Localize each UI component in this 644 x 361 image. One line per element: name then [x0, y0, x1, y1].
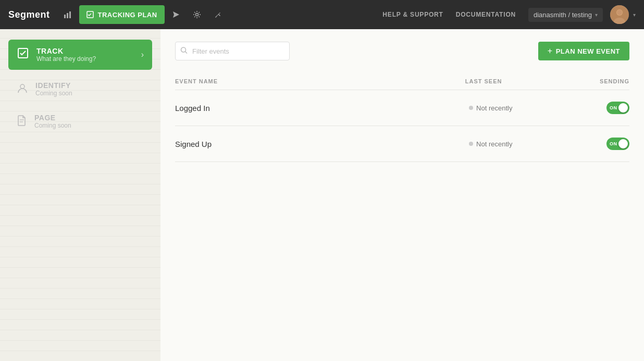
- svg-point-9: [617, 10, 622, 15]
- last-seen-value: Not recently: [469, 140, 512, 148]
- track-arrow-icon: ›: [141, 50, 144, 59]
- page-text: PAGE Coming soon: [34, 114, 71, 129]
- topnav-links: HELP & SUPPORT DOCUMENTATION: [382, 11, 516, 18]
- send-icon: [172, 11, 180, 18]
- avatar-chevron-icon[interactable]: ▾: [633, 12, 636, 18]
- main-toolbar: + PLAN NEW EVENT: [175, 42, 629, 60]
- sidebar: TRACK What are they doing? › IDENTIFY Co…: [0, 29, 160, 361]
- status-dot-icon: [469, 142, 473, 146]
- sidebar-item-page[interactable]: PAGE Coming soon: [8, 106, 152, 136]
- toggle-label: ON: [610, 105, 617, 110]
- chart-icon: [64, 10, 72, 19]
- event-name-cell: Logged In: [175, 90, 313, 126]
- last-seen-cell: Not recently: [313, 126, 533, 162]
- sidebar-item-identify[interactable]: IDENTIFY Coming soon: [8, 74, 152, 104]
- svg-point-11: [20, 84, 24, 89]
- svg-point-5: [195, 14, 198, 16]
- avatar-svg: [610, 5, 629, 24]
- tracking-plan-icon: [86, 11, 94, 18]
- filter-events-input[interactable]: [175, 42, 290, 60]
- plan-new-event-label: PLAN NEW EVENT: [556, 47, 620, 55]
- main-layout: TRACK What are they doing? › IDENTIFY Co…: [0, 29, 644, 361]
- svg-rect-1: [67, 13, 68, 18]
- plan-new-event-button[interactable]: + PLAN NEW EVENT: [538, 42, 629, 60]
- workspace-chevron-icon: ▾: [595, 12, 598, 18]
- send-icon-button[interactable]: [167, 5, 185, 24]
- filter-input-wrap: [175, 42, 290, 60]
- toggle-row-1[interactable]: ON: [606, 138, 629, 150]
- toggle-track[interactable]: ON: [606, 138, 629, 150]
- svg-rect-2: [69, 11, 71, 18]
- col-last-seen-header: LAST SEEN: [313, 73, 533, 90]
- plus-icon: +: [548, 46, 553, 56]
- user-avatar[interactable]: [610, 5, 629, 24]
- page-subtitle: Coming soon: [34, 122, 71, 129]
- toggle-row-0[interactable]: ON: [606, 102, 629, 114]
- avatar-image: [610, 5, 629, 24]
- table-row: Logged In Not recently ON: [175, 90, 629, 126]
- events-table: EVENT NAME LAST SEEN SENDING Logged In N…: [175, 73, 629, 162]
- help-support-link[interactable]: HELP & SUPPORT: [382, 11, 443, 18]
- svg-marker-4: [173, 11, 179, 18]
- table-body: Logged In Not recently ON: [175, 90, 629, 162]
- workspace-selector[interactable]: dianasmith / testing ▾: [528, 8, 603, 22]
- top-navigation: Segment TRACKING PLAN HELP & SUPPORT DOC…: [0, 0, 644, 29]
- documentation-link[interactable]: DOCUMENTATION: [456, 11, 516, 18]
- table-row: Signed Up Not recently ON: [175, 126, 629, 162]
- track-subtitle: What are they doing?: [36, 55, 96, 63]
- sidebar-item-track[interactable]: TRACK What are they doing? ›: [8, 40, 152, 70]
- identify-icon: [17, 82, 28, 96]
- identify-subtitle: Coming soon: [35, 90, 72, 97]
- toggle-thumb: [618, 103, 628, 113]
- sending-cell: ON: [533, 126, 629, 162]
- workspace-label: dianasmith / testing: [534, 11, 592, 19]
- status-dot-icon: [469, 106, 473, 110]
- col-event-name-header: EVENT NAME: [175, 73, 313, 90]
- toggle-thumb: [618, 139, 628, 148]
- svg-line-15: [185, 52, 188, 54]
- identify-text: IDENTIFY Coming soon: [35, 81, 72, 97]
- identify-title: IDENTIFY: [35, 81, 72, 90]
- tool-icon: [214, 11, 221, 18]
- toggle-track[interactable]: ON: [606, 102, 629, 114]
- table-header: EVENT NAME LAST SEEN SENDING: [175, 73, 629, 90]
- svg-point-14: [181, 47, 186, 52]
- last-seen-cell: Not recently: [313, 90, 533, 126]
- main-content: + PLAN NEW EVENT EVENT NAME LAST SEEN SE…: [160, 29, 644, 361]
- track-text: TRACK What are they doing?: [36, 47, 96, 63]
- track-icon: [17, 47, 29, 63]
- toggle-label: ON: [610, 141, 617, 146]
- track-title: TRACK: [36, 47, 96, 55]
- page-title: PAGE: [34, 114, 71, 122]
- search-icon: [180, 47, 188, 56]
- sending-cell: ON: [533, 90, 629, 126]
- col-sending-header: SENDING: [533, 73, 629, 90]
- gear-icon: [193, 10, 201, 19]
- page-icon: [17, 115, 27, 129]
- tool-icon-button[interactable]: [208, 5, 227, 24]
- chart-icon-button[interactable]: [58, 5, 77, 24]
- gear-icon-button[interactable]: [188, 5, 206, 24]
- tracking-plan-button[interactable]: TRACKING PLAN: [79, 5, 165, 24]
- svg-rect-0: [64, 15, 66, 18]
- last-seen-value: Not recently: [469, 104, 512, 112]
- brand-logo: Segment: [8, 9, 50, 20]
- event-name-cell: Signed Up: [175, 126, 313, 162]
